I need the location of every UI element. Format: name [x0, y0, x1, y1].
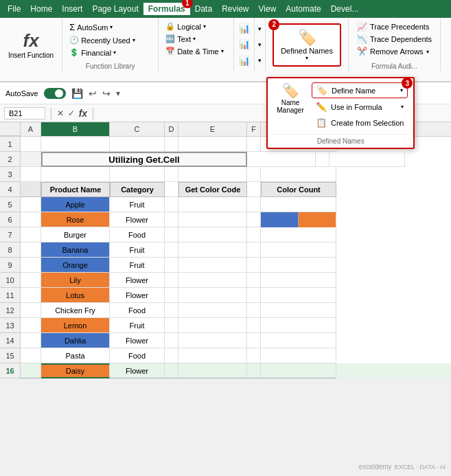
cell-e1[interactable] — [178, 137, 247, 152]
row-header-3[interactable]: 3 — [0, 167, 20, 182]
cell-b1[interactable] — [41, 137, 110, 152]
name-manager-button[interactable]: 🏷️ NameManager — [273, 82, 308, 130]
cell-d5[interactable] — [165, 197, 178, 212]
cancel-icon[interactable]: ✕ — [57, 109, 64, 118]
menu-formulas[interactable]: Formulas 1 — [143, 3, 190, 15]
cell-a10[interactable] — [21, 273, 41, 288]
cell-c10[interactable]: Flower — [110, 273, 165, 288]
row-header-6[interactable]: 6 — [0, 212, 20, 227]
cell-reference-input[interactable] — [4, 107, 45, 120]
autosave-toggle[interactable] — [44, 88, 66, 99]
cell-g3[interactable] — [261, 167, 336, 182]
remove-arrows-btn[interactable]: ✂️ Remove Arrows ▾ — [354, 45, 435, 58]
cell-c4[interactable]: Category — [110, 182, 165, 197]
menu-insert[interactable]: Insert — [57, 3, 87, 15]
row-header-7[interactable]: 7 — [0, 227, 20, 242]
redo-icon[interactable]: ↪ — [102, 88, 111, 99]
row-header-8[interactable]: 8 — [0, 242, 20, 258]
cell-g10[interactable] — [261, 273, 336, 288]
cell-d16[interactable] — [165, 363, 178, 378]
cell-b6[interactable]: Rose — [41, 212, 110, 227]
cell-d3[interactable] — [165, 167, 178, 182]
row-header-15[interactable]: 15 — [0, 348, 20, 363]
cell-a8[interactable] — [21, 242, 41, 258]
cell-e8[interactable] — [178, 242, 247, 258]
cell-e16[interactable] — [178, 363, 247, 378]
menu-devel[interactable]: Devel... — [326, 3, 364, 15]
cell-d7[interactable] — [165, 227, 178, 242]
cell-c16[interactable]: Flower — [110, 363, 165, 378]
cell-d6[interactable] — [165, 212, 178, 227]
cell-c11[interactable]: Flower — [110, 288, 165, 303]
cell-g15[interactable] — [261, 348, 336, 363]
menu-page-layout[interactable]: Page Layout — [87, 3, 143, 15]
trace-dependents-btn[interactable]: 📉 Trace Dependents — [354, 33, 435, 45]
cell-b14[interactable]: Dahlia — [41, 333, 110, 348]
cell-c6[interactable]: Flower — [110, 212, 165, 227]
cell-b3[interactable] — [41, 167, 110, 182]
cell-f15[interactable] — [247, 348, 261, 363]
cell-b13[interactable]: Lemon — [41, 318, 110, 333]
cell-a5[interactable] — [21, 197, 41, 212]
use-in-formula-item[interactable]: ✏️ Use in Formula ▾ — [312, 100, 408, 114]
cell-a11[interactable] — [21, 288, 41, 303]
col-header-a[interactable]: A — [21, 122, 41, 136]
create-from-selection-item[interactable]: 📋 Create from Selection — [312, 115, 408, 130]
cell-c15[interactable]: Food — [110, 348, 165, 363]
cell-b7[interactable]: Burger — [41, 227, 110, 242]
undo-icon[interactable]: ↩ — [89, 88, 97, 99]
cell-f6[interactable] — [247, 212, 261, 227]
trace-precedents-btn[interactable]: 📈 Trace Precedents — [354, 21, 435, 33]
cell-a2[interactable] — [21, 152, 41, 167]
cell-f14[interactable] — [247, 333, 261, 348]
col-header-c[interactable]: C — [110, 122, 165, 136]
cell-a14[interactable] — [21, 333, 41, 348]
cell-f16[interactable] — [247, 363, 261, 378]
row-header-5[interactable]: 5 — [0, 197, 20, 212]
cell-d10[interactable] — [165, 273, 178, 288]
cell-d1[interactable] — [165, 137, 178, 152]
col-header-b[interactable]: B — [41, 122, 110, 136]
row-header-9[interactable]: 9 — [0, 258, 20, 273]
icon-col-btn-3[interactable]: 📊 — [237, 56, 251, 66]
col-header-d[interactable]: D — [165, 122, 178, 136]
cell-d12[interactable] — [165, 303, 178, 318]
cell-b15[interactable]: Pasta — [41, 348, 110, 363]
cell-e11[interactable] — [178, 288, 247, 303]
text-button[interactable]: 🔤 Text ▾ — [163, 33, 198, 45]
menu-data[interactable]: Data — [190, 3, 217, 15]
cell-a3[interactable] — [21, 167, 41, 182]
cell-g13[interactable] — [261, 318, 336, 333]
cell-f2[interactable] — [316, 152, 329, 167]
cell-e14[interactable] — [178, 333, 247, 348]
cell-a9[interactable] — [21, 258, 41, 273]
cell-g8[interactable] — [261, 242, 336, 258]
cell-g16[interactable] — [261, 363, 336, 378]
cell-e9[interactable] — [178, 258, 247, 273]
insert-function-button[interactable]: fx Insert Function — [5, 27, 56, 63]
cell-f4[interactable] — [247, 182, 261, 197]
cell-g6[interactable] — [261, 212, 336, 227]
cell-g9[interactable] — [261, 258, 336, 273]
cell-f7[interactable] — [247, 227, 261, 242]
logical-button[interactable]: 🔒 Logical ▾ — [163, 21, 209, 32]
icon-col-btn-1[interactable]: 📊 — [237, 23, 251, 34]
row-header-13[interactable]: 13 — [0, 318, 20, 333]
cell-g14[interactable] — [261, 333, 336, 348]
financial-button[interactable]: 💲 Financial ▾ — [67, 47, 119, 58]
cell-e7[interactable] — [178, 227, 247, 242]
menu-review[interactable]: Review — [217, 3, 253, 15]
row-header-11[interactable]: 11 — [0, 288, 20, 303]
dropdown-btn-2[interactable]: ▾ — [256, 41, 264, 48]
cell-a16[interactable] — [21, 363, 41, 378]
cell-a12[interactable] — [21, 303, 41, 318]
cell-g12[interactable] — [261, 303, 336, 318]
cell-e13[interactable] — [178, 318, 247, 333]
cell-e12[interactable] — [178, 303, 247, 318]
cell-b4[interactable]: Product Name — [41, 182, 110, 197]
fx-bar-icon[interactable]: fx — [79, 108, 87, 119]
cell-c14[interactable]: Flower — [110, 333, 165, 348]
cell-f10[interactable] — [247, 273, 261, 288]
cell-b16[interactable]: Daisy — [41, 363, 110, 378]
row-header-2[interactable]: 2 — [0, 152, 20, 167]
